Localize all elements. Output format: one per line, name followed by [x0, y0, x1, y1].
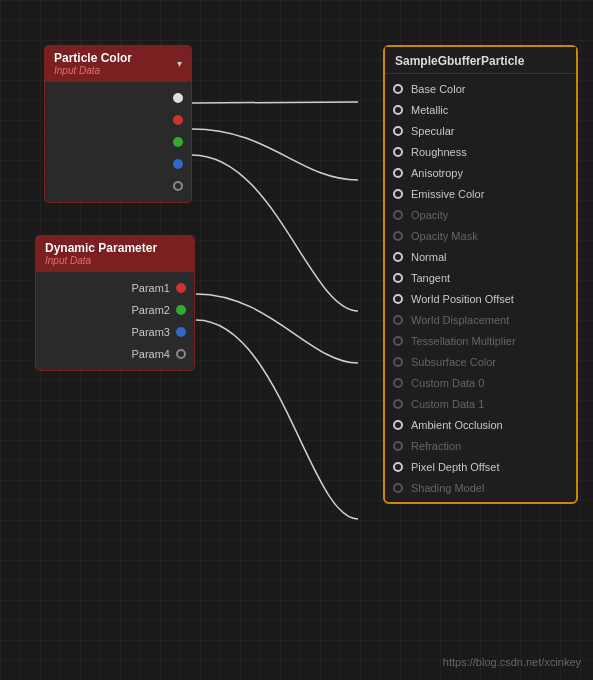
label-emissive-color: Emissive Color — [411, 188, 484, 200]
param3-pin[interactable] — [176, 327, 186, 337]
label-opacity: Opacity — [411, 209, 448, 221]
input-shading-model: Shading Model — [385, 477, 576, 498]
input-tessellation-multiplier: Tessellation Multiplier — [385, 330, 576, 351]
particle-color-header: Particle Color Input Data ▾ — [44, 45, 192, 82]
label-world-displacement: World Displacement — [411, 314, 509, 326]
param3-row: Param3 — [36, 321, 194, 343]
dynamic-param-node[interactable]: Dynamic Parameter Input Data Param1 Para… — [35, 235, 195, 371]
label-anisotropy: Anisotropy — [411, 167, 463, 179]
pin-ambient-occlusion[interactable] — [393, 420, 403, 430]
pin-row-gray — [45, 175, 191, 197]
input-tangent: Tangent — [385, 267, 576, 288]
input-ambient-occlusion: Ambient Occlusion — [385, 414, 576, 435]
sample-gbuffer-body: Base Color Metallic Specular Roughness A… — [385, 74, 576, 502]
pin-tessellation-multiplier[interactable] — [393, 336, 403, 346]
pin-refraction[interactable] — [393, 441, 403, 451]
pin-world-displacement[interactable] — [393, 315, 403, 325]
param3-label: Param3 — [131, 326, 170, 338]
input-subsurface-color: Subsurface Color — [385, 351, 576, 372]
pin-blue[interactable] — [173, 159, 183, 169]
pin-shading-model[interactable] — [393, 483, 403, 493]
pin-normal[interactable] — [393, 252, 403, 262]
sample-gbuffer-header: SampleGbufferParticle — [385, 47, 576, 74]
pin-opacity-mask[interactable] — [393, 231, 403, 241]
pin-custom-data-0[interactable] — [393, 378, 403, 388]
pin-anisotropy[interactable] — [393, 168, 403, 178]
sample-gbuffer-title: SampleGbufferParticle — [395, 54, 566, 68]
label-shading-model: Shading Model — [411, 482, 484, 494]
pin-base-color[interactable] — [393, 84, 403, 94]
pin-row-green — [45, 131, 191, 153]
dynamic-param-title: Dynamic Parameter — [45, 241, 157, 255]
pin-white[interactable] — [173, 93, 183, 103]
pin-pixel-depth-offset[interactable] — [393, 462, 403, 472]
param1-pin[interactable] — [176, 283, 186, 293]
input-emissive-color: Emissive Color — [385, 183, 576, 204]
sample-gbuffer-node[interactable]: SampleGbufferParticle Base Color Metalli… — [383, 45, 578, 504]
label-custom-data-0: Custom Data 0 — [411, 377, 484, 389]
pin-metallic[interactable] — [393, 105, 403, 115]
input-pixel-depth-offset: Pixel Depth Offset — [385, 456, 576, 477]
pin-custom-data-1[interactable] — [393, 399, 403, 409]
param1-label: Param1 — [131, 282, 170, 294]
pin-red[interactable] — [173, 115, 183, 125]
input-specular: Specular — [385, 120, 576, 141]
particle-color-node[interactable]: Particle Color Input Data ▾ — [44, 45, 192, 203]
label-specular: Specular — [411, 125, 454, 137]
particle-color-chevron[interactable]: ▾ — [177, 58, 182, 69]
input-metallic: Metallic — [385, 99, 576, 120]
param1-row: Param1 — [36, 277, 194, 299]
pin-roughness[interactable] — [393, 147, 403, 157]
pin-row-red — [45, 109, 191, 131]
input-world-displacement: World Displacement — [385, 309, 576, 330]
pin-row-blue — [45, 153, 191, 175]
pin-green[interactable] — [173, 137, 183, 147]
param4-label: Param4 — [131, 348, 170, 360]
label-refraction: Refraction — [411, 440, 461, 452]
label-base-color: Base Color — [411, 83, 465, 95]
dynamic-param-subtitle: Input Data — [45, 255, 157, 266]
label-custom-data-1: Custom Data 1 — [411, 398, 484, 410]
param2-label: Param2 — [131, 304, 170, 316]
input-opacity: Opacity — [385, 204, 576, 225]
param4-row: Param4 — [36, 343, 194, 365]
label-subsurface-color: Subsurface Color — [411, 356, 496, 368]
label-opacity-mask: Opacity Mask — [411, 230, 478, 242]
param2-row: Param2 — [36, 299, 194, 321]
input-roughness: Roughness — [385, 141, 576, 162]
label-roughness: Roughness — [411, 146, 467, 158]
label-normal: Normal — [411, 251, 446, 263]
pin-specular[interactable] — [393, 126, 403, 136]
label-world-position-offset: World Position Offset — [411, 293, 514, 305]
input-opacity-mask: Opacity Mask — [385, 225, 576, 246]
param2-pin[interactable] — [176, 305, 186, 315]
canvas: Particle Color Input Data ▾ — [0, 0, 593, 680]
label-ambient-occlusion: Ambient Occlusion — [411, 419, 503, 431]
input-anisotropy: Anisotropy — [385, 162, 576, 183]
particle-color-title: Particle Color — [54, 51, 132, 65]
param4-pin[interactable] — [176, 349, 186, 359]
label-pixel-depth-offset: Pixel Depth Offset — [411, 461, 499, 473]
pin-row-white — [45, 87, 191, 109]
input-custom-data-0: Custom Data 0 — [385, 372, 576, 393]
pin-opacity[interactable] — [393, 210, 403, 220]
label-tangent: Tangent — [411, 272, 450, 284]
input-world-position-offset: World Position Offset — [385, 288, 576, 309]
dynamic-param-body: Param1 Param2 Param3 Param4 — [35, 272, 195, 371]
input-refraction: Refraction — [385, 435, 576, 456]
watermark: https://blog.csdn.net/xcinkey — [443, 656, 581, 668]
input-custom-data-1: Custom Data 1 — [385, 393, 576, 414]
pin-gray[interactable] — [173, 181, 183, 191]
label-metallic: Metallic — [411, 104, 448, 116]
dynamic-param-header: Dynamic Parameter Input Data — [35, 235, 195, 272]
pin-subsurface-color[interactable] — [393, 357, 403, 367]
particle-color-subtitle: Input Data — [54, 65, 132, 76]
label-tessellation-multiplier: Tessellation Multiplier — [411, 335, 516, 347]
pin-tangent[interactable] — [393, 273, 403, 283]
particle-color-body — [44, 82, 192, 203]
pin-world-position-offset[interactable] — [393, 294, 403, 304]
input-base-color: Base Color — [385, 78, 576, 99]
pin-emissive-color[interactable] — [393, 189, 403, 199]
input-normal: Normal — [385, 246, 576, 267]
